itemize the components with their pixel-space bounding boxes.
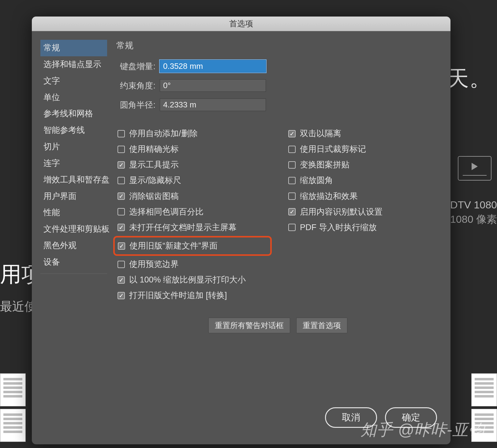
bg-thumbnail xyxy=(0,409,26,442)
field-label: 约束角度: xyxy=(116,80,155,91)
checkbox[interactable] xyxy=(288,177,296,184)
checkbox[interactable] xyxy=(118,177,125,184)
checkbox-row[interactable]: 未打开任何文档时显示主屏幕 xyxy=(116,220,269,235)
field-label: 键盘增量: xyxy=(116,61,155,72)
checkbox[interactable] xyxy=(118,146,125,153)
preferences-sidebar: 常规选择和锚点显示文字单位参考线和网格智能参考线切片连字增效工具和暂存盘用户界面… xyxy=(40,40,107,407)
sidebar-item[interactable]: 文字 xyxy=(40,73,107,89)
checkbox-row[interactable]: 使用预览边界 xyxy=(116,256,269,272)
play-icon xyxy=(472,163,478,170)
keyboard-increment-input[interactable] xyxy=(160,60,266,73)
checkbox-label: 停用自动添加/删除 xyxy=(129,128,198,140)
checkbox[interactable] xyxy=(288,130,296,137)
checkbox[interactable] xyxy=(118,261,125,268)
checkbox[interactable] xyxy=(118,161,125,169)
checkbox-row[interactable]: 启用内容识别默认设置 xyxy=(287,204,439,220)
sidebar-item[interactable]: 连字 xyxy=(40,155,107,172)
sidebar-item[interactable]: 文件处理和剪贴板 xyxy=(40,221,107,237)
field-keyboard-increment: 键盘增量: xyxy=(116,60,439,73)
corner-radius-input[interactable] xyxy=(160,99,266,111)
checkbox-row[interactable]: 显示工具提示 xyxy=(116,157,269,173)
checkbox-row[interactable]: 使用日式裁剪标记 xyxy=(287,141,439,157)
reset-warnings-button[interactable]: 重置所有警告对话框 xyxy=(208,318,290,333)
checkbox-row[interactable]: PDF 导入时执行缩放 xyxy=(287,220,439,235)
checkbox-label: 未打开任何文档时显示主屏幕 xyxy=(129,222,237,233)
checkbox[interactable] xyxy=(288,146,296,153)
checkbox-column-right: 双击以隔离使用日式裁剪标记变换图案拼贴缩放圆角缩放描边和效果启用内容识别默认设置… xyxy=(287,126,439,304)
checkbox-label: 消除锯齿图稿 xyxy=(129,190,179,202)
sidebar-item[interactable]: 切片 xyxy=(40,139,107,155)
sidebar-item[interactable]: 增效工具和暂存盘 xyxy=(40,172,107,188)
preferences-main-panel: 常规 键盘增量: 约束角度: 圆角半径: 停用自动添加/删除使用精确光标显示工具… xyxy=(114,40,442,407)
checkbox-row[interactable]: 消除锯齿图稿 xyxy=(116,189,269,204)
checkbox-label: 显示工具提示 xyxy=(129,159,179,171)
checkbox-label: 使用预览边界 xyxy=(129,258,179,270)
play-preview-box xyxy=(458,156,491,181)
checkbox-row[interactable]: 以 100% 缩放比例显示打印大小 xyxy=(116,272,269,288)
bg-meta-line-1: HDTV 1080 xyxy=(443,199,497,211)
dialog-footer: 取消 确定 xyxy=(32,407,450,444)
checkbox-label: 双击以隔离 xyxy=(300,128,341,140)
checkbox-label: 打开旧版文件时追加 [转换] xyxy=(129,289,227,301)
highlighted-option: 使用旧版“新建文件”界面 xyxy=(113,236,272,256)
field-constrain-angle: 约束角度: xyxy=(116,79,439,92)
checkbox-label: 使用精确光标 xyxy=(129,143,179,155)
checkbox[interactable] xyxy=(288,161,296,169)
cancel-button[interactable]: 取消 xyxy=(325,407,377,428)
sidebar-item[interactable]: 用户界面 xyxy=(40,188,107,205)
checkbox[interactable] xyxy=(118,130,125,137)
reset-buttons-row: 重置所有警告对话框 重置首选项 xyxy=(116,318,439,333)
sidebar-item[interactable]: 智能参考线 xyxy=(40,122,107,139)
sidebar-item[interactable]: 单位 xyxy=(40,89,107,106)
checkbox-label: 使用日式裁剪标记 xyxy=(300,143,366,155)
checkbox[interactable] xyxy=(118,224,125,231)
checkbox-label: PDF 导入时执行缩放 xyxy=(300,222,377,233)
checkbox-row[interactable]: 双击以隔离 xyxy=(287,126,439,141)
constrain-angle-input[interactable] xyxy=(160,79,266,92)
checkbox-row[interactable]: 显示/隐藏标尺 xyxy=(116,173,269,188)
checkbox[interactable] xyxy=(118,292,125,299)
checkbox-row[interactable]: 缩放描边和效果 xyxy=(287,189,439,204)
dialog-titlebar: 首选项 xyxy=(32,17,450,31)
checkbox-label: 显示/隐藏标尺 xyxy=(129,174,181,186)
checkbox[interactable] xyxy=(288,224,296,231)
sidebar-item[interactable]: 设备 xyxy=(40,254,107,271)
field-corner-radius: 圆角半径: xyxy=(116,99,439,111)
checkbox-label: 选择相同色调百分比 xyxy=(129,206,204,218)
checkbox[interactable] xyxy=(288,208,296,215)
sidebar-item[interactable]: 参考线和网格 xyxy=(40,106,107,122)
field-label: 圆角半径: xyxy=(116,99,155,110)
dialog-body: 常规选择和锚点显示文字单位参考线和网格智能参考线切片连字增效工具和暂存盘用户界面… xyxy=(32,31,450,407)
sidebar-item[interactable]: 黑色外观 xyxy=(40,237,107,254)
checkbox-label: 使用旧版“新建文件”界面 xyxy=(129,240,218,252)
checkbox-row[interactable]: 缩放圆角 xyxy=(287,173,439,188)
checkbox-label: 缩放圆角 xyxy=(300,174,333,186)
checkbox-label: 以 100% 缩放比例显示打印大小 xyxy=(129,274,246,286)
bg-hint-text: 天。 xyxy=(447,64,491,93)
preferences-dialog: 首选项 常规选择和锚点显示文字单位参考线和网格智能参考线切片连字增效工具和暂存盘… xyxy=(32,17,450,444)
checkbox[interactable] xyxy=(288,192,296,200)
bg-thumbnail xyxy=(0,373,26,406)
checkbox-row[interactable]: 停用自动添加/删除 xyxy=(116,126,269,141)
checkbox-row[interactable]: 打开旧版文件时追加 [转换] xyxy=(116,288,269,303)
sidebar-item[interactable]: 选择和锚点显示 xyxy=(40,56,107,73)
checkbox-row[interactable]: 使用精确光标 xyxy=(116,141,269,157)
checkbox[interactable] xyxy=(118,276,125,284)
checkbox-label: 缩放描边和效果 xyxy=(300,190,358,202)
checkbox-label: 变换图案拼贴 xyxy=(300,159,349,171)
checkbox[interactable] xyxy=(118,242,125,250)
sidebar-item[interactable]: 常规 xyxy=(40,40,107,56)
checkbox[interactable] xyxy=(118,208,125,215)
checkbox-column-left: 停用自动添加/删除使用精确光标显示工具提示显示/隐藏标尺消除锯齿图稿选择相同色调… xyxy=(116,126,269,304)
checkbox-row[interactable]: 使用旧版“新建文件”界面 xyxy=(118,239,267,253)
ok-button[interactable]: 确定 xyxy=(385,407,437,428)
sidebar-item[interactable]: 性能 xyxy=(40,204,107,221)
checkbox-row[interactable]: 变换图案拼贴 xyxy=(287,157,439,173)
dialog-title: 首选项 xyxy=(229,18,253,29)
checkbox-label: 启用内容识别默认设置 xyxy=(300,206,383,218)
reset-preferences-button[interactable]: 重置首选项 xyxy=(296,318,347,333)
checkbox-row[interactable]: 选择相同色调百分比 xyxy=(116,204,269,220)
section-title: 常规 xyxy=(116,40,439,51)
bg-thumbnail xyxy=(471,409,497,442)
checkbox[interactable] xyxy=(118,192,125,200)
